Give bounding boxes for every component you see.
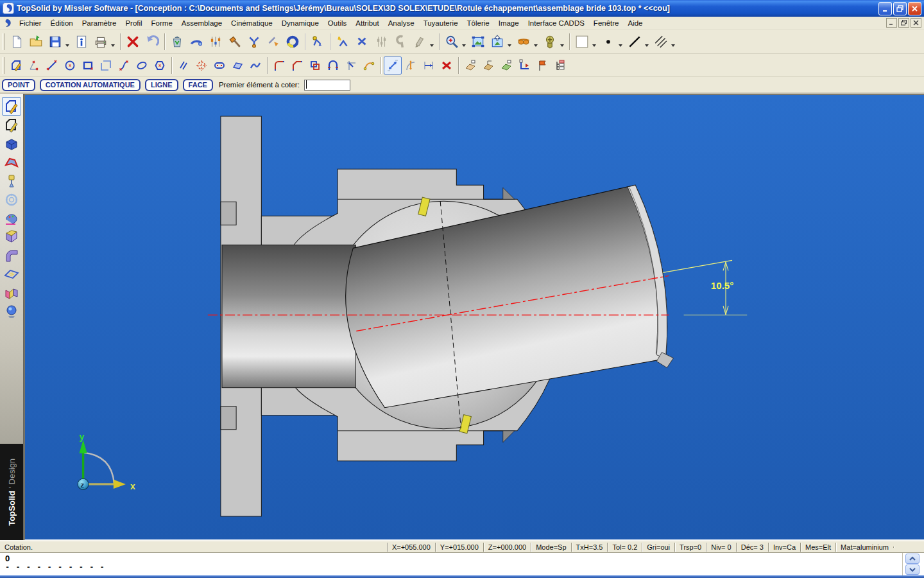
hatch-style-button[interactable] [651, 32, 671, 51]
double-wrench-button[interactable] [244, 32, 264, 51]
hatch-style-dropdown[interactable] [671, 44, 675, 47]
cotation-automatique-button[interactable]: COTATION AUTOMATIQUE [40, 79, 141, 91]
fillet-corner-button[interactable] [270, 57, 288, 74]
workplane-brown-button[interactable] [479, 57, 497, 74]
minimize-button[interactable] [878, 2, 892, 15]
zoom-plus-button[interactable] [442, 32, 461, 51]
sliders-disabled-button[interactable] [372, 32, 391, 51]
menu-cinematique[interactable]: Cinématique [227, 18, 277, 28]
sidebar-solid-block-button[interactable] [2, 134, 21, 153]
target-point-button[interactable] [193, 57, 210, 74]
print-button[interactable] [91, 32, 110, 51]
hand-pen-dropdown[interactable] [430, 44, 434, 47]
screw-dropdown[interactable] [560, 44, 564, 47]
chamfer-corner-button[interactable] [288, 57, 306, 74]
menu-profil[interactable]: Profil [121, 18, 146, 28]
toolbar-grip[interactable] [3, 57, 4, 74]
sidebar-piston-button[interactable] [2, 171, 21, 190]
circle-button[interactable] [61, 57, 79, 74]
face-3d-button[interactable] [228, 57, 246, 74]
sidebar-sheetmetal-button[interactable] [2, 283, 21, 302]
menu-image[interactable]: Image [494, 18, 524, 28]
menu-assemblage[interactable]: Assemblage [177, 18, 227, 28]
construction-point-button[interactable] [25, 57, 43, 74]
menu-parametre[interactable]: Paramètre [78, 18, 121, 28]
render-glasses-button[interactable] [514, 32, 533, 51]
frame-button[interactable] [97, 57, 115, 74]
menu-tuyauterie[interactable]: Tuyauterie [419, 18, 463, 28]
menu-forme[interactable]: Forme [147, 18, 177, 28]
scroll-down-button[interactable] [905, 565, 920, 575]
delete-button[interactable] [123, 32, 142, 51]
curve-handles-button[interactable] [360, 57, 378, 74]
menu-interface-cadds[interactable]: Interface CADDS [524, 18, 589, 28]
sidebar-sketch-3d-button[interactable] [2, 116, 21, 134]
ellipse-button[interactable] [133, 57, 151, 74]
workplane-tan-button[interactable] [461, 57, 479, 74]
tolerance-flag-button[interactable] [533, 57, 551, 74]
spline-button[interactable] [115, 57, 133, 74]
boolean-shapes-button[interactable] [306, 57, 324, 74]
horizontal-dimension-button[interactable] [420, 57, 438, 74]
menu-fenetre[interactable]: Fenêtre [589, 18, 624, 28]
frame-transform-button[interactable] [515, 57, 533, 74]
trim-lines-button[interactable] [342, 57, 360, 74]
sidebar-bend-button[interactable] [2, 227, 21, 246]
dimension-button[interactable] [384, 57, 402, 74]
point-button[interactable]: POINT [2, 79, 35, 91]
sidebar-palette-button[interactable] [2, 209, 21, 227]
prompt-input[interactable] [304, 80, 350, 91]
color-swatch-button[interactable] [572, 32, 592, 51]
menu-dynamique[interactable]: Dynamique [277, 18, 323, 28]
menu-aide[interactable]: Aide [624, 18, 647, 28]
analyse-arrows-button[interactable] [333, 32, 352, 51]
sidebar-surface-button[interactable] [2, 153, 21, 171]
arch-slot-button[interactable] [324, 57, 342, 74]
pan-dropdown[interactable] [508, 44, 511, 47]
menu-outils[interactable]: Outils [323, 18, 351, 28]
modify-wrench-button[interactable] [187, 32, 206, 51]
sidebar-contour-pencil-button[interactable] [2, 97, 21, 116]
zoom-dropdown[interactable] [462, 44, 466, 47]
wrench-arrow-button[interactable] [264, 32, 283, 51]
menu-fichier[interactable]: Fichier [15, 18, 46, 28]
render-dropdown[interactable] [534, 44, 538, 47]
tree-list-button[interactable] [551, 57, 569, 74]
rectangle-button[interactable] [79, 57, 97, 74]
menu-analyse[interactable]: Analyse [384, 18, 419, 28]
sidebar-plate-button[interactable] [2, 265, 21, 283]
line-style-button[interactable] [625, 32, 644, 51]
sidebar-render-button[interactable] [2, 302, 21, 320]
mdi-minimize-button[interactable] [886, 18, 897, 28]
viewport-canvas[interactable]: 10.5° y x z [25, 95, 924, 539]
new-document-button[interactable] [7, 32, 26, 51]
scroll-up-button[interactable] [905, 554, 920, 564]
measure-disabled-button[interactable] [391, 32, 410, 51]
pan-view-button[interactable] [488, 32, 507, 51]
workplane-green-button[interactable] [497, 57, 515, 74]
tools-hammer-button[interactable] [225, 32, 244, 51]
print-dropdown[interactable] [111, 44, 115, 47]
mdi-restore-button[interactable] [898, 18, 909, 28]
sidebar-elbow-button[interactable] [2, 246, 21, 265]
toolbar-grip[interactable] [3, 33, 4, 50]
torus-button[interactable] [283, 32, 302, 51]
screw-view-button[interactable] [540, 32, 560, 51]
save-button[interactable] [46, 32, 65, 51]
slot-button[interactable] [210, 57, 228, 74]
restore-button[interactable] [893, 2, 907, 15]
save-dropdown[interactable] [65, 44, 69, 47]
document-info-button[interactable] [72, 32, 91, 51]
operation-arrows-button[interactable] [308, 32, 327, 51]
open-folder-button[interactable] [26, 32, 46, 51]
point-style-dropdown[interactable] [619, 44, 622, 47]
sketch-contour-button[interactable] [7, 57, 25, 74]
sidebar-bearing-button[interactable] [2, 190, 21, 209]
line-segment-button[interactable] [43, 57, 61, 74]
recycle-bin-button[interactable] [167, 32, 187, 51]
color-dropdown[interactable] [592, 44, 596, 47]
hand-pen-disabled-button[interactable] [410, 32, 429, 51]
inlet-pipe[interactable] [222, 245, 355, 387]
angle-dimension-button[interactable] [402, 57, 420, 74]
close-button[interactable] [908, 2, 921, 15]
